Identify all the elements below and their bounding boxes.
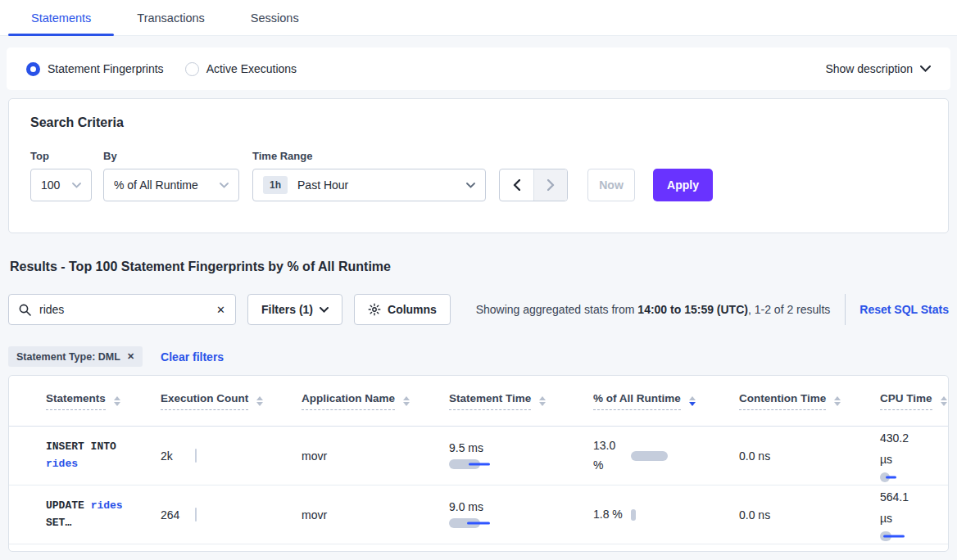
time-range-label: Time Range — [252, 150, 486, 162]
by-select[interactable]: % of All Runtime — [103, 169, 239, 201]
active-filters-row: Statement Type: DML ✕ Clear filters — [8, 346, 949, 367]
statement-time-cell: 9.5 ms — [449, 441, 593, 470]
statement-time-cell: 9.0 ms — [449, 500, 593, 529]
chevron-left-icon — [513, 179, 520, 191]
filter-chip-label: Statement Type: DML — [16, 351, 120, 363]
chip-close-icon[interactable]: ✕ — [127, 351, 134, 362]
statements-table: Statements Execution Count Application N… — [8, 375, 949, 552]
statement-link[interactable]: rides — [46, 458, 78, 470]
pct-runtime-cell: 13.0 % — [593, 436, 739, 474]
statement-fingerprint-cell: INSERT INTO rides — [46, 439, 161, 472]
column-header-contention-time[interactable]: Contention Time — [739, 392, 880, 410]
statement-time-bar — [449, 458, 506, 470]
search-criteria-panel: Search Criteria Top 100 By % of All Runt… — [8, 98, 949, 233]
cpu-time-bar — [880, 531, 916, 542]
execution-count-bar — [195, 449, 197, 463]
sort-icon[interactable] — [403, 396, 410, 406]
reset-sql-stats-link[interactable]: Reset SQL Stats — [845, 294, 949, 325]
chevron-right-icon — [547, 179, 555, 191]
column-header-statements[interactable]: Statements — [46, 392, 161, 410]
gear-icon — [368, 303, 381, 316]
sql-activity-tabbar: Statements Transactions Sessions — [0, 0, 957, 36]
view-mode-bar: Statement Fingerprints Active Executions… — [7, 47, 950, 90]
time-range-select[interactable]: 1h Past Hour — [252, 169, 486, 201]
cpu-time-bar — [880, 472, 916, 483]
by-field: By % of All Runtime — [92, 150, 239, 201]
search-criteria-title: Search Criteria — [30, 115, 927, 130]
time-range-badge: 1h — [263, 176, 288, 194]
radio-label: Statement Fingerprints — [48, 62, 164, 75]
radio-label: Active Executions — [206, 62, 297, 75]
cpu-time-cell: 564.1 µs — [880, 487, 948, 543]
sort-icon[interactable] — [114, 396, 120, 406]
pct-runtime-cell: 1.8 % — [593, 505, 739, 524]
chevron-down-icon — [72, 183, 81, 188]
top-label: Top — [30, 150, 92, 162]
now-button[interactable]: Now — [587, 169, 635, 201]
apply-button[interactable]: Apply — [653, 169, 713, 201]
chevron-down-icon — [220, 183, 229, 188]
by-select-value: % of All Runtime — [114, 178, 198, 192]
sort-icon[interactable] — [256, 396, 263, 406]
execution-count-cell: 2k — [161, 449, 302, 463]
filters-label: Filters (1) — [261, 303, 313, 316]
table-row: UPDATE rides SET… 264 movr 9.0 ms 1.8 % — [9, 485, 948, 544]
application-name-cell: movr — [302, 508, 449, 522]
time-window-stepper — [499, 169, 568, 201]
columns-label: Columns — [388, 303, 437, 316]
next-time-window-button[interactable] — [533, 169, 567, 201]
tab-statements[interactable]: Statements — [8, 0, 114, 35]
time-range-field: Time Range 1h Past Hour — [239, 150, 486, 201]
aggregated-stats-note: Showing aggregated stats from 14:00 to 1… — [476, 294, 831, 325]
execution-count-bar — [195, 508, 197, 522]
radio-selected-icon — [26, 62, 40, 76]
results-heading: Results - Top 100 Statement Fingerprints… — [10, 260, 957, 274]
statement-link[interactable]: rides — [91, 499, 123, 512]
execution-count-cell: 264 — [161, 508, 302, 522]
show-description-label: Show description — [825, 62, 913, 75]
column-header-application-name[interactable]: Application Name — [302, 392, 449, 410]
radio-unselected-icon — [185, 62, 199, 76]
pct-runtime-bar — [631, 450, 672, 462]
tab-sessions[interactable]: Sessions — [228, 0, 322, 35]
filters-button[interactable]: Filters (1) — [247, 294, 342, 325]
column-header-statement-time[interactable]: Statement Time — [449, 392, 593, 410]
previous-time-window-button[interactable] — [500, 169, 533, 201]
by-label: By — [103, 150, 239, 162]
show-description-toggle[interactable]: Show description — [825, 62, 931, 75]
table-row: INSERT INTO rides 2k movr 9.5 ms 13.0 % — [9, 427, 948, 485]
sort-icon[interactable] — [834, 396, 841, 406]
top-field: Top 100 — [30, 150, 92, 201]
columns-button[interactable]: Columns — [354, 294, 451, 325]
radio-statement-fingerprints[interactable]: Statement Fingerprints — [26, 62, 164, 76]
chevron-down-icon — [320, 307, 329, 313]
statement-search-box[interactable]: ✕ — [8, 294, 236, 325]
top-select-value: 100 — [41, 178, 60, 192]
filter-chip-statement-type[interactable]: Statement Type: DML ✕ — [8, 346, 143, 367]
chevron-down-icon — [920, 65, 931, 72]
pct-runtime-bar — [631, 509, 641, 521]
sort-icon-active-desc[interactable] — [689, 396, 696, 406]
cpu-time-cell: 430.2 µs — [880, 428, 948, 484]
column-header-cpu-time[interactable]: CPU Time — [880, 392, 948, 410]
results-toolbar: ✕ Filters (1) Columns Showing aggregated… — [8, 294, 949, 325]
sort-icon[interactable] — [539, 396, 546, 406]
statement-time-bar — [449, 517, 506, 529]
table-header-row: Statements Execution Count Application N… — [9, 376, 948, 427]
contention-time-cell: 0.0 ns — [739, 449, 880, 463]
sort-icon[interactable] — [941, 396, 947, 406]
column-header-execution-count[interactable]: Execution Count — [161, 392, 302, 410]
clear-search-icon[interactable]: ✕ — [216, 304, 225, 316]
column-header-pct-runtime[interactable]: % of All Runtime — [593, 392, 739, 410]
stats-time-range: 14:00 to 15:59 (UTC) — [637, 303, 748, 316]
statement-fingerprint-cell: UPDATE rides SET… — [46, 498, 161, 531]
clear-filters-link[interactable]: Clear filters — [161, 350, 224, 364]
top-select[interactable]: 100 — [30, 169, 92, 201]
time-range-value: Past Hour — [297, 178, 348, 192]
search-input[interactable] — [39, 303, 216, 316]
radio-active-executions[interactable]: Active Executions — [185, 62, 297, 76]
tab-transactions[interactable]: Transactions — [114, 0, 227, 35]
statements-page: Statements Transactions Sessions Stateme… — [0, 0, 957, 560]
search-icon — [19, 304, 31, 316]
contention-time-cell: 0.0 ns — [739, 508, 880, 522]
